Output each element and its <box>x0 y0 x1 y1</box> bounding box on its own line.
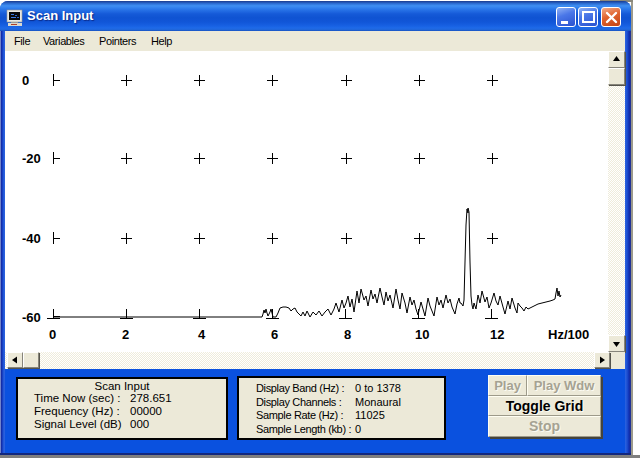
svg-text:-60: -60 <box>22 310 41 325</box>
svg-text:0: 0 <box>49 327 56 342</box>
svg-text:12: 12 <box>490 327 504 342</box>
svg-text:Hz/100: Hz/100 <box>548 327 589 342</box>
svg-text:6: 6 <box>271 327 278 342</box>
svg-text:10: 10 <box>415 327 429 342</box>
svg-text:4: 4 <box>198 327 206 342</box>
svg-text:8: 8 <box>344 327 351 342</box>
svg-text:-20: -20 <box>22 151 41 166</box>
svg-text:-40: -40 <box>22 231 41 246</box>
svg-text:0: 0 <box>22 73 29 88</box>
svg-text:2: 2 <box>122 327 129 342</box>
